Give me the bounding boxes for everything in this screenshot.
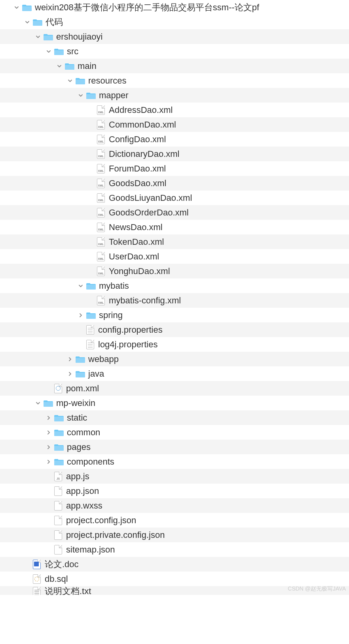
- tree-item-label: config.properties: [98, 326, 163, 334]
- chevron-down-icon[interactable]: [46, 48, 52, 55]
- folder-icon: [86, 311, 96, 320]
- folder-icon: [54, 442, 64, 452]
- tree-row[interactable]: src: [0, 44, 349, 59]
- tree-row[interactable]: static: [0, 410, 349, 425]
- tree-item-label: GoodsLiuyanDao.xml: [109, 194, 192, 202]
- tree-item-label: mybatis-config.xml: [109, 296, 181, 305]
- xml-file-icon: XML: [97, 120, 105, 130]
- doc-file-icon: [33, 560, 41, 569]
- tree-row[interactable]: XMLGoodsDao.xml: [0, 176, 349, 191]
- chevron-down-icon[interactable]: [35, 34, 41, 40]
- tree-item-label: ershoujiaoyi: [56, 32, 102, 41]
- chevron-down-icon[interactable]: [13, 4, 20, 11]
- tree-row[interactable]: 代码: [0, 15, 349, 29]
- tree-item-label: pom.xml: [66, 384, 99, 393]
- folder-icon: [76, 76, 85, 86]
- xml-file-icon: XML: [97, 237, 105, 247]
- txtfile-file-icon: [33, 587, 41, 595]
- tree-row[interactable]: XMLCommonDao.xml: [0, 117, 349, 132]
- file-file-icon: [54, 516, 62, 525]
- tree-row[interactable]: webapp: [0, 352, 349, 366]
- txtfile-file-icon: [86, 325, 94, 335]
- tree-row[interactable]: weixin208基于微信小程序的二手物品交易平台ssm--论文pf: [0, 0, 349, 15]
- tree-row[interactable]: ershoujiaoyi: [0, 29, 349, 44]
- tree-row[interactable]: XMLGoodsOrderDao.xml: [0, 205, 349, 220]
- tree-row[interactable]: components: [0, 454, 349, 469]
- sql-file-icon: [33, 574, 41, 584]
- xml-file-icon: XML: [97, 223, 105, 232]
- chevron-right-icon[interactable]: [46, 459, 52, 465]
- chevron-down-icon[interactable]: [56, 63, 63, 69]
- tree-row[interactable]: XMLmybatis-config.xml: [0, 293, 349, 308]
- tree-row[interactable]: mp-weixin: [0, 396, 349, 410]
- tree-row[interactable]: project.private.config.json: [0, 528, 349, 542]
- chevron-down-icon[interactable]: [78, 283, 84, 289]
- tree-item-label: mapper: [99, 91, 129, 100]
- tree-row[interactable]: project.config.json: [0, 513, 349, 528]
- chevron-right-icon[interactable]: [67, 356, 73, 362]
- tree-row[interactable]: JSapp.js: [0, 469, 349, 484]
- tree-item-label: mp-weixin: [56, 399, 95, 408]
- tree-item-label: java: [88, 370, 104, 378]
- tree-item-label: ConfigDao.xml: [109, 135, 166, 144]
- xml-file-icon: XML: [97, 267, 105, 276]
- xml-file-icon: XML: [97, 164, 105, 173]
- folder-icon: [54, 47, 64, 56]
- tree-row[interactable]: common: [0, 425, 349, 440]
- tree-row[interactable]: XMLUserDao.xml: [0, 249, 349, 264]
- tree-item-label: weixin208基于微信小程序的二手物品交易平台ssm--论文pf: [35, 3, 259, 12]
- tree-row[interactable]: mybatis: [0, 278, 349, 293]
- tree-row[interactable]: log4j.properties: [0, 337, 349, 352]
- tree-row[interactable]: XMLAddressDao.xml: [0, 103, 349, 117]
- chevron-right-icon[interactable]: [67, 371, 73, 377]
- tree-item-label: db.sql: [45, 575, 68, 583]
- xml-file-icon: XML: [97, 193, 105, 203]
- tree-item-label: static: [67, 413, 87, 422]
- xml-file-icon: XML: [97, 252, 105, 261]
- folder-icon: [86, 91, 96, 100]
- tree-row[interactable]: pages: [0, 440, 349, 454]
- tree-row[interactable]: pom.xml: [0, 381, 349, 396]
- tree-item-label: AddressDao.xml: [109, 106, 173, 114]
- tree-row[interactable]: resources: [0, 73, 349, 88]
- tree-row[interactable]: XMLDictionaryDao.xml: [0, 147, 349, 161]
- tree-row[interactable]: XMLGoodsLiuyanDao.xml: [0, 191, 349, 205]
- tree-item-label: YonghuDao.xml: [109, 267, 170, 276]
- tree-row[interactable]: java: [0, 366, 349, 381]
- tree-row[interactable]: app.json: [0, 484, 349, 498]
- chevron-right-icon[interactable]: [46, 444, 52, 450]
- chevron-down-icon[interactable]: [24, 19, 30, 25]
- chevron-down-icon[interactable]: [35, 400, 41, 406]
- tree-item-label: pages: [67, 443, 91, 452]
- chevron-right-icon[interactable]: [78, 312, 84, 318]
- tree-item-label: 论文.doc: [45, 560, 79, 569]
- txtfile-file-icon: [86, 340, 94, 349]
- tree-item-label: mybatis: [99, 282, 129, 290]
- tree-row[interactable]: mapper: [0, 88, 349, 103]
- tree-row[interactable]: sitemap.json: [0, 542, 349, 557]
- tree-row[interactable]: XMLConfigDao.xml: [0, 132, 349, 147]
- chevron-right-icon[interactable]: [46, 415, 52, 421]
- chevron-down-icon[interactable]: [78, 92, 84, 99]
- pom-file-icon: [54, 384, 62, 393]
- tree-row[interactable]: db.sql: [0, 572, 349, 586]
- tree-row[interactable]: XMLForumDao.xml: [0, 161, 349, 176]
- tree-row[interactable]: main: [0, 59, 349, 73]
- xml-file-icon: XML: [97, 208, 105, 217]
- tree-row[interactable]: config.properties: [0, 322, 349, 337]
- folder-icon: [76, 369, 85, 379]
- file-tree: weixin208基于微信小程序的二手物品交易平台ssm--论文pf代码ersh…: [0, 0, 349, 595]
- tree-item-label: src: [67, 47, 78, 56]
- tree-row[interactable]: XMLYonghuDao.xml: [0, 264, 349, 278]
- watermark-text: CSDN @赵无极写JAVA: [288, 585, 346, 593]
- tree-row[interactable]: XMLTokenDao.xml: [0, 234, 349, 249]
- tree-row[interactable]: spring: [0, 308, 349, 322]
- chevron-down-icon[interactable]: [67, 78, 73, 84]
- folder-icon: [86, 281, 96, 291]
- tree-item-label: common: [67, 428, 100, 437]
- tree-row[interactable]: app.wxss: [0, 498, 349, 513]
- tree-row[interactable]: XMLNewsDao.xml: [0, 220, 349, 234]
- tree-row[interactable]: 论文.doc: [0, 557, 349, 572]
- file-file-icon: [54, 545, 62, 554]
- chevron-right-icon[interactable]: [46, 429, 52, 436]
